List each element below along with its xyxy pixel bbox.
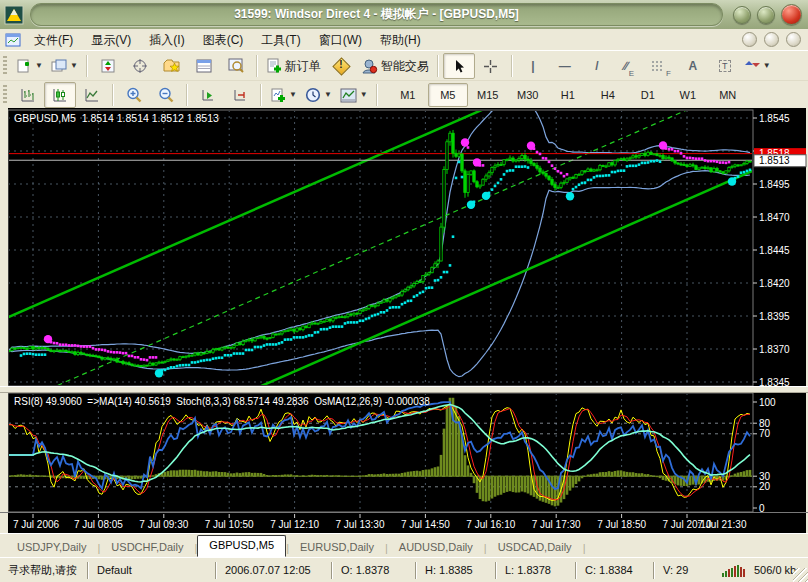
resize-grip[interactable] — [793, 568, 808, 582]
chart-window-icon[interactable] — [5, 33, 21, 47]
bar-chart-icon — [20, 87, 36, 103]
menu-item-1[interactable]: 显示(V) — [82, 30, 140, 50]
timeframe-h4[interactable]: H4 — [588, 83, 628, 107]
svg-text:7 Jul 12:10: 7 Jul 12:10 — [270, 519, 319, 530]
channel-tool-button[interactable]: ∕∕ E — [613, 53, 645, 79]
svg-text:7 Jul 10:50: 7 Jul 10:50 — [205, 519, 254, 530]
periods-button[interactable]: ▼ — [301, 82, 336, 108]
status-bar-low: L: 1.8378 — [496, 562, 576, 579]
dropdown-caret-icon: ▼ — [324, 91, 332, 99]
profiles-icon — [51, 58, 67, 74]
alert-button[interactable]: ! — [325, 53, 357, 79]
minimize-button[interactable] — [733, 6, 751, 24]
maximize-button[interactable] — [757, 6, 775, 24]
svg-text:100: 100 — [759, 397, 776, 408]
child-restore-button[interactable] — [764, 32, 779, 47]
chart-tab-usdjpy[interactable]: USDJPY,Daily — [6, 539, 98, 557]
dropdown-caret-icon: ▼ — [763, 62, 771, 70]
timeframe-d1[interactable]: D1 — [628, 83, 668, 107]
svg-text:1.8345: 1.8345 — [759, 377, 790, 388]
toolbar-separator — [186, 84, 188, 106]
toolbar-separator — [376, 84, 378, 106]
line-chart-button[interactable] — [76, 82, 108, 108]
timeframe-h1[interactable]: H1 — [548, 83, 588, 107]
expert-advisor-icon — [361, 58, 378, 74]
expert-advisors-button[interactable]: 智能交易 — [357, 53, 433, 79]
indicators-button[interactable]: ▼ — [266, 82, 301, 108]
svg-text:1.8513: 1.8513 — [759, 155, 790, 166]
svg-text:1.8470: 1.8470 — [759, 212, 790, 223]
fibonacci-tool-button[interactable]: F — [645, 53, 677, 79]
dropdown-caret-icon: ▼ — [35, 62, 43, 70]
new-chart-button[interactable]: ▼ — [12, 53, 47, 79]
timeframe-mn[interactable]: MN — [708, 83, 748, 107]
dropdown-caret-icon: ▼ — [289, 91, 297, 99]
menu-item-0[interactable]: 文件(F) — [25, 30, 82, 50]
close-button[interactable] — [781, 4, 802, 25]
status-bar: 寻求帮助,请按Default2006.07.07 12:05O: 1.8378H… — [0, 557, 808, 582]
line-chart-icon — [84, 87, 100, 103]
menu-item-6[interactable]: 帮助(H) — [371, 30, 430, 50]
toolbar-separator — [112, 84, 114, 106]
terminal-button[interactable] — [188, 53, 220, 79]
chart-tab-audusd[interactable]: AUDUSD,Daily — [388, 539, 484, 557]
child-close-button[interactable] — [786, 32, 801, 47]
text-label-tool-button[interactable]: T — [709, 53, 741, 79]
horizontal-line-tool-button[interactable]: — — [549, 53, 581, 79]
crosshair-tool-button[interactable] — [475, 53, 507, 79]
connection-bars-icon — [722, 564, 746, 577]
strategy-tester-button[interactable] — [220, 53, 252, 79]
candlestick-chart-button[interactable] — [44, 82, 76, 108]
timeframe-w1[interactable]: W1 — [668, 83, 708, 107]
status-bar-time: 2006.07.07 12:05 — [216, 562, 332, 579]
timeframe-m30[interactable]: M30 — [508, 83, 548, 107]
toolbar-separator — [260, 84, 262, 106]
chart-shift-button[interactable] — [224, 82, 256, 108]
template-icon — [340, 88, 357, 103]
chart-tab-eurusd[interactable]: EURUSD,Daily — [289, 539, 385, 557]
profiles-button[interactable]: ▼ — [47, 53, 82, 79]
arrows-tool-button[interactable]: ▼ — [741, 53, 775, 79]
menu-item-3[interactable]: 图表(C) — [194, 30, 253, 50]
clock-icon — [305, 87, 321, 103]
zoom-in-button[interactable] — [118, 82, 150, 108]
channel-icon: ∕∕ — [624, 59, 628, 73]
pane-splitter[interactable] — [0, 386, 808, 393]
timeframe-m15[interactable]: M15 — [468, 83, 508, 107]
menu-item-4[interactable]: 工具(T) — [252, 30, 309, 50]
toolbar-grip[interactable] — [3, 56, 7, 76]
svg-text:7 Jul 21:30: 7 Jul 21:30 — [698, 519, 747, 530]
status-help-hint: 寻求帮助,请按 — [0, 562, 88, 579]
new-order-button[interactable]: 新订单 — [262, 53, 325, 79]
svg-text:20: 20 — [759, 481, 771, 492]
chart-tab-gbpusd[interactable]: GBPUSD,M5 — [197, 535, 286, 557]
application-window: 31599: Windsor Direct 4 - 模拟帐户 - [GBPUSD… — [0, 0, 808, 582]
svg-text:70: 70 — [759, 428, 771, 439]
auto-scroll-button[interactable] — [192, 82, 224, 108]
arrows-icon — [745, 59, 760, 73]
svg-text:0: 0 — [759, 503, 765, 514]
market-watch-button[interactable] — [92, 53, 124, 79]
status-bar-open: O: 1.8378 — [332, 562, 416, 579]
text-tool-button[interactable]: A — [677, 53, 709, 79]
cursor-tool-button[interactable] — [443, 53, 475, 79]
child-minimize-button[interactable] — [742, 32, 757, 47]
chart-tab-usdcad[interactable]: USDCAD,Daily — [487, 539, 583, 557]
menu-item-5[interactable]: 窗口(W) — [310, 30, 371, 50]
svg-text:GBPUSD,M5 1.8514 1.8514 1.851: GBPUSD,M5 1.8514 1.8514 1.8512 1.8513 — [14, 112, 219, 124]
trendline-icon: / — [595, 59, 598, 73]
trendline-tool-button[interactable]: / — [581, 53, 613, 79]
menu-item-2[interactable]: 插入(I) — [140, 30, 193, 50]
timeframe-m1[interactable]: M1 — [388, 83, 428, 107]
timeframe-m5[interactable]: M5 — [428, 83, 468, 107]
zoom-out-button[interactable] — [150, 82, 182, 108]
toolbar-grip[interactable] — [3, 85, 7, 105]
chart-canvas[interactable]: 1.85451.84951.84701.84451.84201.83951.83… — [0, 108, 808, 533]
templates-button[interactable]: ▼ — [336, 82, 372, 108]
navigator-button[interactable] — [156, 53, 188, 79]
bar-chart-button[interactable] — [12, 82, 44, 108]
data-window-button[interactable] — [124, 53, 156, 79]
cursor-arrow-icon — [452, 59, 466, 74]
vertical-line-tool-button[interactable]: | — [517, 53, 549, 79]
chart-tab-usdchf[interactable]: USDCHF,Daily — [100, 539, 194, 557]
